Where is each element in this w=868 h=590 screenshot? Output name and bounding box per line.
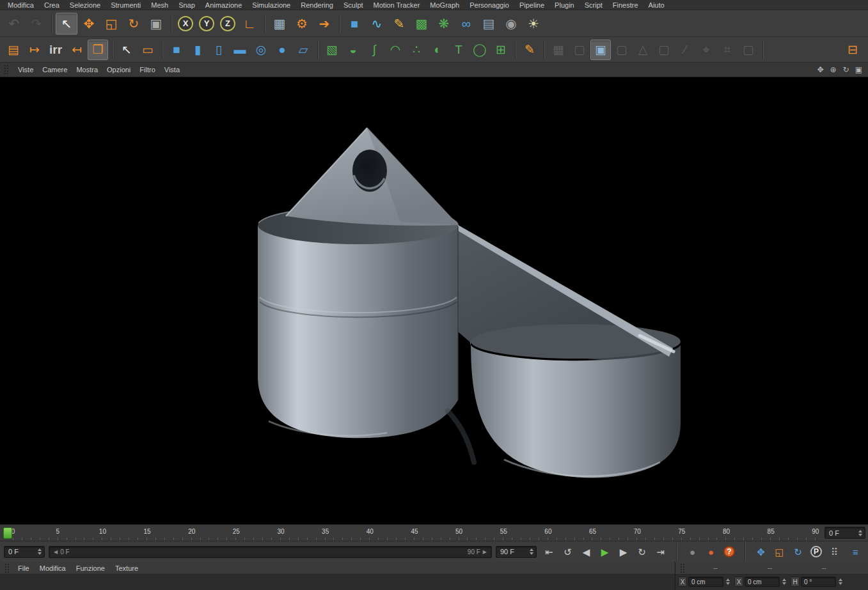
torus-primitive-icon[interactable]: ◎ [251, 40, 271, 60]
menu-item-selezione[interactable]: Selezione [65, 1, 106, 10]
plane-primitive-icon[interactable]: ▱ [293, 40, 313, 60]
subdivision-surface-button[interactable]: ▩ [411, 13, 432, 35]
prev-frame-button[interactable]: ◀ [578, 544, 595, 559]
menu-item-funzione[interactable]: Funzione [71, 564, 110, 573]
panel-grip-handle[interactable] [680, 563, 685, 573]
live-selection-tool-icon[interactable]: ↖ [56, 13, 77, 35]
lock-y-axis-button[interactable]: Y [199, 16, 214, 31]
menu-item-finestre[interactable]: Finestre [608, 1, 643, 10]
menu-item-camere[interactable]: Camere [38, 65, 72, 74]
menu-item-mograph[interactable]: MoGraph [425, 1, 464, 10]
timeline-playhead[interactable] [3, 527, 12, 539]
record-parameter-button[interactable]: P [810, 546, 822, 557]
menu-item-simulazione[interactable]: Simulazione [247, 1, 296, 10]
metaball-button[interactable]: ∞ [455, 13, 477, 35]
goto-start-button[interactable]: ⇤ [541, 544, 558, 559]
preview-window-icon[interactable]: ❒ [88, 40, 108, 60]
loft-icon[interactable]: ◠ [385, 40, 406, 60]
prev-key-button[interactable]: ↺ [559, 544, 576, 559]
lathe-icon[interactable]: ◒ [343, 40, 363, 60]
text-object-icon[interactable]: T [448, 40, 469, 60]
play-button[interactable]: ▶ [596, 544, 613, 559]
camera-button[interactable]: ◉ [500, 13, 522, 35]
menu-item-aiuto[interactable]: Aiuto [643, 1, 670, 10]
lock-x-axis-button[interactable]: X [178, 16, 193, 31]
panel-grip-handle[interactable] [4, 563, 10, 573]
record-scale-button[interactable]: ◱ [771, 544, 788, 559]
record-position-button[interactable]: ✥ [752, 544, 769, 559]
menu-item-rendering[interactable]: Rendering [296, 1, 338, 10]
floor-button[interactable]: ▤ [478, 13, 500, 35]
record-keyframe-button[interactable]: ● [702, 544, 720, 559]
tube-primitive-icon[interactable]: ▯ [209, 40, 229, 60]
preview-range-field[interactable]: 0 F [825, 527, 865, 539]
material-manager-body[interactable] [0, 575, 675, 590]
coordinate-stepper[interactable] [782, 578, 786, 585]
lock-z-axis-button[interactable]: Z [220, 16, 235, 31]
menu-item-crea[interactable]: Crea [39, 1, 65, 10]
sphere-primitive-icon[interactable]: ● [272, 40, 292, 60]
coordinate-stepper[interactable] [839, 578, 842, 585]
render-settings-button[interactable]: ⚙ [291, 13, 313, 35]
record-rotation-button[interactable]: ↻ [789, 544, 807, 559]
record-objects-button[interactable]: ● [684, 544, 701, 559]
menu-item-filtro[interactable]: Filtro [135, 65, 159, 74]
sculpt-pen-icon[interactable]: ✎ [519, 40, 540, 60]
cube-primitive-icon[interactable]: ■ [166, 40, 187, 60]
menu-item-file[interactable]: File [13, 564, 35, 573]
freehand-pen-button[interactable]: ✎ [388, 13, 410, 35]
last-used-tool-icon[interactable]: ▣ [145, 13, 167, 35]
panel-grip-handle[interactable] [4, 65, 9, 75]
coordinate-value-input[interactable]: 0 cm [745, 577, 780, 587]
end-frame-stepper[interactable] [530, 548, 533, 555]
render-queue-button[interactable]: ➔ [313, 13, 335, 35]
current-frame-field[interactable]: 0 F [4, 546, 45, 558]
menu-item-motion-tracker[interactable]: Motion Tracker [368, 1, 425, 10]
menu-item-mesh[interactable]: Mesh [146, 1, 173, 10]
coordinate-value-input[interactable]: 0 ° [801, 577, 836, 587]
boole-icon[interactable]: ◐ [427, 40, 448, 60]
menu-item-script[interactable]: Script [580, 1, 608, 10]
atom-array-icon[interactable]: ∴ [406, 40, 427, 60]
cylinder-primitive-icon[interactable]: ▮ [187, 40, 208, 60]
sweep-icon[interactable]: ∫ [364, 40, 384, 60]
menu-item-sculpt[interactable]: Sculpt [338, 1, 368, 10]
record-pla-button[interactable]: ⠿ [826, 544, 843, 559]
menu-item-opzioni[interactable]: Opzioni [102, 65, 135, 74]
timeline-ruler[interactable]: 051015202530354045505560657075808590 0 F [0, 524, 868, 541]
menu-item-texture[interactable]: Texture [110, 564, 143, 573]
goto-end-button[interactable]: ⇥ [652, 544, 669, 559]
light-button[interactable]: ☀ [523, 13, 544, 35]
menu-item-personaggio[interactable]: Personaggio [464, 1, 514, 10]
coordinate-stepper[interactable] [726, 578, 730, 585]
menu-item-vista[interactable]: Vista [160, 65, 184, 74]
menu-item-pipeline[interactable]: Pipeline [514, 1, 549, 10]
menu-item-viste[interactable]: Viste [13, 65, 38, 74]
autokey-button[interactable]: ? [723, 546, 735, 557]
coordinate-system-button[interactable]: ∟ [239, 13, 260, 35]
measure-scale-icon[interactable]: ⊟ [842, 40, 863, 60]
menu-item-strumenti[interactable]: Strumenti [106, 1, 146, 10]
timeline-layout-button[interactable]: ≡ [847, 544, 864, 559]
rotate-tool-icon[interactable]: ↻ [123, 13, 145, 35]
spline-pen-button[interactable]: ∿ [366, 13, 388, 35]
zoom-view-icon[interactable]: ⊕ [828, 65, 839, 75]
menu-item-modifica[interactable]: Modifica [35, 564, 71, 573]
coordinate-value-input[interactable]: 0 cm [688, 577, 723, 587]
render-preview-icon[interactable]: ▤ [3, 40, 24, 60]
menu-item-modifica[interactable]: Modifica [3, 1, 39, 10]
viewport-3d[interactable] [0, 77, 868, 524]
next-frame-button[interactable]: ▶ [615, 544, 632, 559]
irr-cache-icon[interactable]: irr [45, 40, 66, 60]
menu-item-snap[interactable]: Snap [173, 1, 200, 10]
end-frame-field[interactable]: 90 F [496, 546, 537, 558]
add-cube-button[interactable]: ■ [343, 13, 365, 35]
scale-tool-icon[interactable]: ◱ [100, 13, 122, 35]
preview-range-stepper[interactable] [858, 530, 862, 536]
cloner-button[interactable]: ❋ [433, 13, 455, 35]
disc-primitive-icon[interactable]: ▬ [230, 40, 250, 60]
selection-arrow-icon[interactable]: ↖ [116, 40, 137, 60]
array-icon[interactable]: ⊞ [491, 40, 511, 60]
move-tool-icon[interactable]: ✥ [78, 13, 100, 35]
timeline-range-slider[interactable]: ◀ 0 F 90 F ▶ [49, 546, 492, 558]
